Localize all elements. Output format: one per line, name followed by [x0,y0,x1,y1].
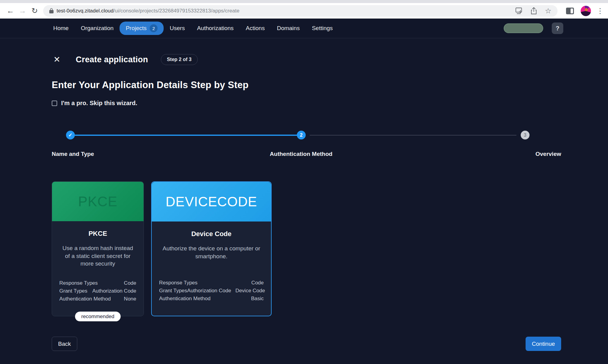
detail-row-response-types: Response Types Code [59,280,136,286]
share-icon[interactable] [531,7,537,15]
pkce-banner-text: PKCE [78,193,117,210]
devicecode-card-title: Device Code [159,230,264,238]
devicecode-card-details: Response Types Code Grant Types Authoriz… [159,280,264,302]
pkce-card-body: PKCE Use a random hash instead of a stat… [52,221,144,316]
back-button[interactable]: Back [52,337,77,351]
detail-value: Code [251,280,264,286]
pkce-card-description: Use a random hash instead of a static cl… [59,244,136,268]
skip-wizard-checkbox[interactable] [52,101,57,106]
page-title: Create application [76,55,148,64]
step-circle-name-and-type: ✓ [66,131,75,139]
wizard-actions: Back Continue [52,337,561,351]
detail-value: None [124,296,136,302]
url-path: /ui/console/projects/232684979153322813/… [113,8,239,14]
detail-value: Authorization Code [92,288,136,294]
detail-label: Authentication Method [59,296,111,302]
bookmark-star-icon[interactable]: ☆ [545,7,551,15]
detail-row-grant-types: Grant Types Authorization CodeDevice Cod… [159,288,264,294]
step-label-name-and-type: Name and Type [52,151,94,157]
url-bar[interactable]: test-0o6zvq.zitadel.cloud/ui/console/pro… [43,5,558,17]
detail-value: Device Code [235,288,265,294]
help-button[interactable]: ? [552,22,563,34]
browser-chrome: ← → ↻ test-0o6zvq.zitadel.cloud/ui/conso… [0,0,608,19]
nav-item-home[interactable]: Home [47,22,75,34]
nav-item-users[interactable]: Users [164,22,191,34]
step-label-authentication-method: Authentication Method [270,151,332,157]
skip-wizard-label: I'm a pro. Skip this wizard. [61,100,137,107]
auth-method-card-devicecode[interactable]: DEVICECODE Device Code Authorize the dev… [151,181,272,316]
detail-row-response-types: Response Types Code [159,280,264,286]
nav-item-organization[interactable]: Organization [75,22,120,34]
detail-value: Authorization Code [187,288,231,294]
browser-toolbar: ← → ↻ test-0o6zvq.zitadel.cloud/ui/conso… [0,3,608,19]
pkce-card-title: PKCE [59,230,136,238]
stepper-line-complete [71,135,301,136]
auth-method-cards: PKCE PKCE Use a random hash instead of a… [52,181,561,316]
page-header: ✕ Create application Step 2 of 3 [52,52,561,67]
nav-item-settings[interactable]: Settings [306,22,339,34]
profile-avatar[interactable] [581,6,591,16]
window-top-strip [0,0,608,3]
step-progress-badge: Step 2 of 3 [161,54,198,65]
skip-wizard-row: I'm a pro. Skip this wizard. [52,100,561,107]
close-icon[interactable]: ✕ [52,54,62,65]
devicecode-card-description: Authorize the device on a computer or sm… [159,245,264,260]
recommended-badge: recommended [75,312,121,321]
stepper-line-pending [310,135,516,136]
step-label-overview: Overview [536,151,561,157]
detail-row-authentication-method: Authentication Method Basic [159,296,264,302]
browser-reload-button[interactable]: ↻ [29,5,41,17]
org-loading-skeleton [504,23,543,33]
devicecode-banner-text: DEVICECODE [166,194,257,209]
detail-label: Authentication Method [159,296,210,302]
nav-item-domains[interactable]: Domains [271,22,306,34]
side-panel-icon[interactable] [566,8,574,14]
continue-button[interactable]: Continue [526,337,561,351]
url-domain: test-0o6zvq.zitadel.cloud [57,8,113,14]
detail-value: Basic [251,296,264,302]
devicecode-card-body: Device Code Authorize the device on a co… [152,221,271,316]
detail-row-authentication-method: Authentication Method None [59,296,136,302]
nav-item-authorizations[interactable]: Authorizations [191,22,240,34]
detail-label: Grant Types [159,288,187,294]
browser-back-button[interactable]: ← [4,5,16,17]
main-nav: Home Organization Projects 2 Users Autho… [0,19,608,38]
pkce-card-details: Response Types Code Grant Types Authoriz… [59,280,136,302]
pkce-banner: PKCE [52,182,144,221]
step-circle-authentication-method: 2 [297,131,306,139]
browser-menu-icon[interactable]: ⋮ [596,7,604,15]
detail-label: Response Types [59,280,98,286]
url-text: test-0o6zvq.zitadel.cloud/ui/console/pro… [57,8,239,14]
install-app-icon[interactable] [516,8,523,14]
detail-label: Grant Types [59,288,87,294]
detail-value: Code [124,280,136,286]
lock-icon [49,8,54,13]
nav-item-actions[interactable]: Actions [240,22,271,34]
nav-item-projects[interactable]: Projects 2 [120,22,164,35]
nav-item-projects-label: Projects [126,25,147,32]
detail-label: Response Types [159,280,197,286]
projects-count-badge: 2 [150,24,158,32]
devicecode-banner: DEVICECODE [152,182,271,221]
browser-forward-button[interactable]: → [16,5,29,17]
wizard-stepper: ✓ 2 3 Name and Type Authentication Metho… [52,131,561,162]
step-circle-overview: 3 [521,131,530,139]
auth-method-card-pkce[interactable]: PKCE PKCE Use a random hash instead of a… [52,181,144,316]
page-content: ✕ Create application Step 2 of 3 Enter Y… [0,52,608,351]
wizard-heading: Enter Your Application Details Step by S… [52,80,561,91]
detail-row-grant-types: Grant Types Authorization Code [59,288,136,294]
